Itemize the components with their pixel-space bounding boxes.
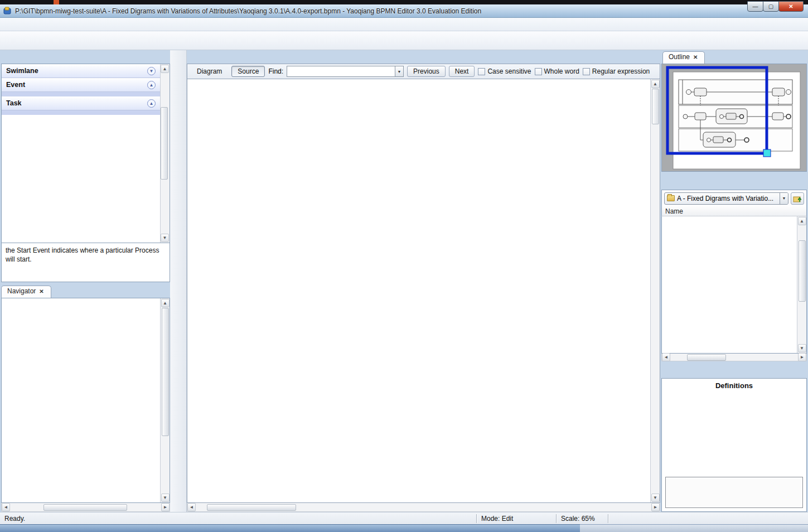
filesystem-panel: A - Fixed Digrams with Variatio... ▼ Nam… <box>661 176 807 361</box>
close-icon[interactable]: ✕ <box>693 54 698 60</box>
section-title: Swimlane <box>6 67 38 75</box>
checkbox-icon[interactable] <box>478 68 485 75</box>
tab-navigator[interactable]: Navigator✕ <box>1 286 51 298</box>
close-button[interactable]: ✕ <box>778 1 804 12</box>
outline-tab-row: Outline✕ <box>661 50 807 64</box>
palette-scrollbar[interactable]: ▲ ▼ <box>160 64 170 243</box>
status-message: Ready. <box>0 515 476 523</box>
source-hscrollbar[interactable]: ◄ ► <box>187 503 660 512</box>
chevron-down-icon[interactable]: ▼ <box>147 67 156 75</box>
right-column: Outline✕ <box>661 50 807 512</box>
chevron-up-icon[interactable]: ▲ <box>147 99 156 108</box>
find-next-button[interactable]: Next <box>449 66 475 77</box>
status-scale: Scale: 65% <box>557 515 608 523</box>
find-input[interactable]: ▼ <box>287 66 404 77</box>
scroll-right-icon[interactable]: ► <box>161 503 170 511</box>
editor-area: Diagram Source Find: ▼ Previous Next Cas… <box>187 50 660 512</box>
checkbox-icon[interactable] <box>535 68 542 75</box>
source-vscrollbar[interactable]: ▲ ▼ <box>650 79 660 502</box>
palette-section-task[interactable]: Task ▲ <box>2 96 160 110</box>
status-bar: Ready. Mode: Edit Scale: 65% <box>0 512 808 524</box>
palette-panel: Swimlane ▼ Event ▲ Task ▲ ▲ <box>1 64 170 243</box>
diagram-view-button[interactable]: Diagram <box>191 66 228 77</box>
scroll-thumb[interactable] <box>687 354 726 361</box>
scroll-thumb[interactable] <box>652 89 659 124</box>
scroll-up-icon[interactable]: ▲ <box>161 299 170 307</box>
section-title: Task <box>6 99 22 107</box>
filesystem-scrollbar[interactable]: ▲ ▼ <box>797 216 806 353</box>
outline-thumbnail[interactable] <box>662 64 806 172</box>
chevron-down-icon[interactable]: ▼ <box>395 66 403 76</box>
scroll-down-icon[interactable]: ▼ <box>161 234 169 242</box>
lane-1 <box>679 105 792 128</box>
scroll-thumb[interactable] <box>162 308 169 436</box>
properties-body: Definitions <box>661 378 807 512</box>
tab-outline[interactable]: Outline✕ <box>662 51 705 64</box>
palette-tabs <box>1 50 170 64</box>
desktop-edge <box>0 0 808 4</box>
navigator-scrollbar[interactable]: ▲ ▼ <box>160 298 170 502</box>
chevron-down-icon[interactable]: ▼ <box>780 193 788 204</box>
palette-body: Swimlane ▼ Event ▲ Task ▲ <box>2 64 160 243</box>
xml-source[interactable] <box>187 79 650 502</box>
case-sensitive-checkbox[interactable]: Case sensitive <box>478 67 531 75</box>
document-tabs <box>187 50 660 64</box>
close-icon[interactable]: ✕ <box>39 288 43 294</box>
navigator-hscrollbar[interactable]: ◄ ► <box>1 503 170 512</box>
navigator-tree <box>2 298 160 502</box>
properties-tabs <box>661 365 807 378</box>
app-icon <box>3 7 12 15</box>
filesystem-toolbar: A - Fixed Digrams with Variatio... ▼ <box>661 190 807 206</box>
find-label: Find: <box>268 67 283 75</box>
filesystem-tabs <box>661 176 807 190</box>
maximize-button[interactable]: ▢ <box>763 1 779 12</box>
left-column: Swimlane ▼ Event ▲ Task ▲ ▲ <box>1 50 170 512</box>
properties-panel: Definitions <box>661 365 807 512</box>
find-previous-button[interactable]: Previous <box>407 66 446 77</box>
task-palette-grid <box>2 110 160 115</box>
scroll-thumb[interactable] <box>799 240 806 302</box>
source-editor[interactable]: ▲ ▼ <box>187 79 660 503</box>
folder-select[interactable]: A - Fixed Digrams with Variatio... ▼ <box>664 192 788 205</box>
parent-folder-button[interactable] <box>791 192 804 205</box>
viewport-handle[interactable] <box>763 149 771 157</box>
properties-title: Definitions <box>662 379 806 392</box>
scroll-down-icon[interactable]: ▼ <box>161 494 170 502</box>
window-title: P:\GIT\bpmn-miwg-test-suite\A - Fixed Di… <box>15 7 481 15</box>
menu-bar <box>0 18 808 31</box>
palette-section-swimlane[interactable]: Swimlane ▼ <box>2 64 160 78</box>
scroll-thumb[interactable] <box>43 504 127 511</box>
minimize-button[interactable]: — <box>747 1 763 12</box>
palette-description: the Start Event indicates where a partic… <box>1 243 170 282</box>
event-palette-grid <box>2 92 160 96</box>
chevron-up-icon[interactable]: ▲ <box>147 81 156 89</box>
app-window: P:\GIT\bpmn-miwg-test-suite\A - Fixed Di… <box>0 0 808 532</box>
scroll-left-icon[interactable]: ◄ <box>662 353 670 361</box>
filesystem-column-header[interactable]: Name <box>661 206 807 216</box>
desktop-artifact <box>54 0 59 4</box>
filesystem-hscrollbar[interactable]: ◄ ► <box>661 354 807 361</box>
outline-panel[interactable] <box>661 64 807 172</box>
scroll-right-icon[interactable]: ► <box>798 353 806 361</box>
folder-icon <box>667 195 675 201</box>
scroll-down-icon[interactable]: ▼ <box>798 344 806 352</box>
scroll-up-icon[interactable]: ▲ <box>651 80 660 88</box>
scroll-thumb[interactable] <box>207 504 296 511</box>
title-bar[interactable]: P:\GIT\bpmn-miwg-test-suite\A - Fixed Di… <box>0 4 808 18</box>
whole-word-checkbox[interactable]: Whole word <box>535 67 579 75</box>
scroll-thumb[interactable] <box>161 107 168 180</box>
scroll-down-icon[interactable]: ▼ <box>651 494 660 502</box>
scroll-up-icon[interactable]: ▲ <box>798 217 806 225</box>
scroll-left-icon[interactable]: ◄ <box>2 503 10 511</box>
section-title: Event <box>6 81 25 89</box>
regex-checkbox[interactable]: Regular expression <box>583 67 650 75</box>
source-view-button[interactable]: Source <box>231 66 265 77</box>
status-mode: Mode: Edit <box>477 515 556 523</box>
filesystem-list <box>662 216 797 353</box>
scroll-up-icon[interactable]: ▲ <box>161 65 169 73</box>
scroll-right-icon[interactable]: ► <box>651 503 660 511</box>
palette-section-event[interactable]: Event ▲ <box>2 78 160 92</box>
checkbox-icon[interactable] <box>583 68 590 75</box>
scroll-left-icon[interactable]: ◄ <box>187 503 196 511</box>
windows-taskbar-edge <box>0 524 808 532</box>
